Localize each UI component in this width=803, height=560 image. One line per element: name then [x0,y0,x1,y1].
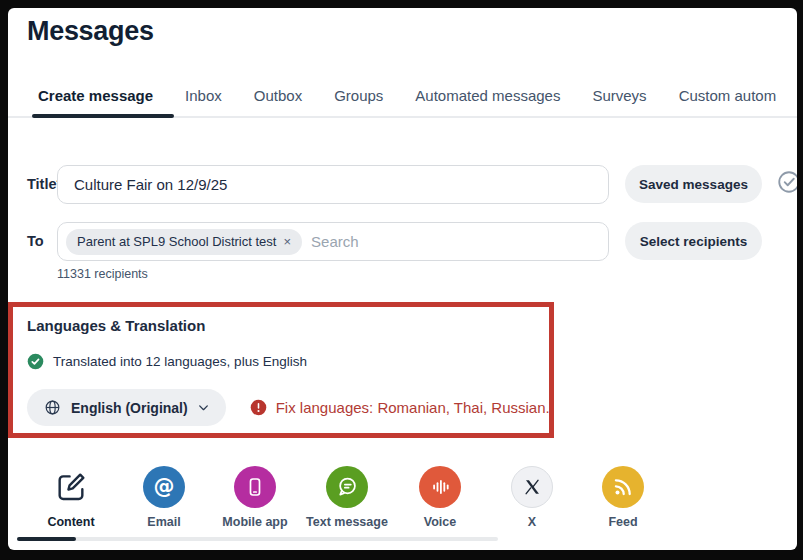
languages-heading: Languages & Translation [27,317,205,334]
success-check-icon [27,353,44,370]
channel-text-message[interactable]: Text message [302,466,392,529]
channel-label: Text message [306,515,388,529]
channel-content[interactable]: Content [26,466,116,529]
channel-mobile-app[interactable]: Mobile app [210,466,300,529]
chevron-down-icon [197,401,210,414]
channel-email[interactable]: @ Email [119,466,209,529]
channel-label: Email [147,515,180,529]
rss-icon [602,466,644,508]
title-label-text: Title [27,176,57,192]
channel-label: Feed [608,515,637,529]
tab-inbox[interactable]: Inbox [185,87,222,111]
at-icon: @ [143,466,185,508]
check-circle-icon [776,169,797,195]
language-selector[interactable]: English (Original) [27,389,226,426]
active-tab-indicator [32,114,174,118]
channel-scrollbar-track[interactable] [17,537,498,541]
channel-label: Content [47,515,94,529]
translation-status-text: Translated into 12 languages, plus Engli… [53,354,307,369]
channel-selector: Content @ Email Mobile app [8,466,797,536]
fix-languages-error-text: Fix languages: Romanian, Thai, Russian. [276,399,550,416]
tab-groups[interactable]: Groups [334,87,383,111]
error-exclamation-icon [250,399,267,416]
channel-label: Mobile app [222,515,287,529]
waveform-icon [419,466,461,508]
recipient-chip-label: Parent at SPL9 School District test [77,234,276,249]
screenshot-frame: Messages Create message Inbox Outbox Gro… [0,0,803,560]
title-input[interactable] [57,165,609,204]
chip-remove-icon[interactable]: × [283,234,291,249]
fix-languages-error: Fix languages: Romanian, Thai, Russian. [250,399,550,416]
compose-icon [50,466,92,508]
page-title: Messages [27,16,154,47]
messages-screen: Messages Create message Inbox Outbox Gro… [8,8,797,550]
tab-bar: Create message Inbox Outbox Groups Autom… [38,87,797,111]
channel-label: Voice [424,515,456,529]
chat-bubble-icon [326,466,368,508]
language-controls-row: English (Original) Fix languages: Romani… [27,389,550,426]
channel-x[interactable]: X [487,466,577,529]
saved-messages-button[interactable]: Saved messages [625,165,762,203]
tab-create-message[interactable]: Create message [38,87,153,111]
translate-globe-icon [43,398,62,417]
recipients-count: 11331 recipients [57,267,148,281]
translation-status: Translated into 12 languages, plus Engli… [27,353,307,370]
channel-label: X [528,515,536,529]
tab-outbox[interactable]: Outbox [254,87,302,111]
x-logo-icon [511,466,553,508]
channel-scrollbar-thumb[interactable] [17,537,76,541]
language-selector-label: English (Original) [71,400,188,416]
tab-surveys[interactable]: Surveys [592,87,646,111]
recipients-field[interactable]: Parent at SPL9 School District test × [57,222,609,261]
tab-automated-messages[interactable]: Automated messages [415,87,560,111]
recipient-search-input[interactable] [311,233,600,250]
channel-feed[interactable]: Feed [578,466,668,529]
recipient-chip[interactable]: Parent at SPL9 School District test × [66,229,302,255]
to-label: To [27,233,44,249]
phone-icon [234,466,276,508]
select-recipients-button[interactable]: Select recipients [625,222,762,260]
tab-custom-automations[interactable]: Custom autom [679,87,777,111]
channel-voice[interactable]: Voice [395,466,485,529]
